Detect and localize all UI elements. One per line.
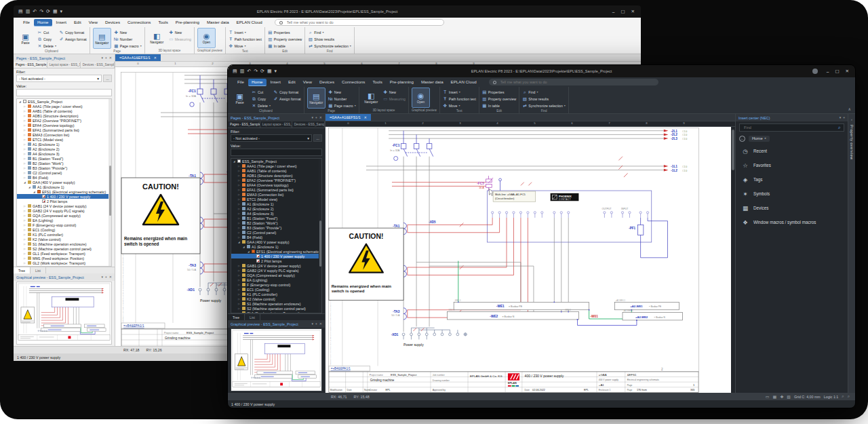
preview-panel-header[interactable]: Graphical preview - ESS_Sample_Project ▾… — [228, 320, 325, 328]
filter-dropdown[interactable]: - Not activated -▾ — [231, 134, 312, 142]
tree-item[interactable]: ◢ESS_Sample_Project — [17, 99, 111, 104]
ribbon-button-assign-format[interactable]: ✐Assign format — [273, 96, 301, 102]
ribbon-button-delete[interactable]: ✕Delete▾ — [37, 43, 56, 49]
tree-item[interactable]: ▷GAB2 (24 V supply PLC signals) — [17, 208, 111, 213]
tree-item[interactable]: ▷F (Emergency-stop control) — [17, 223, 111, 227]
breadcrumb-home[interactable]: Home▸ — [749, 136, 770, 142]
tree-item[interactable]: ▷EFA2 (Overview "PROFINET") — [231, 178, 321, 182]
menu-tab-view[interactable]: View — [300, 79, 315, 86]
zoom-in-icon[interactable]: ⌕ — [848, 394, 850, 399]
chevron-left-icon[interactable]: ‹ — [851, 117, 852, 121]
ribbon-button-number[interactable]: №Number — [114, 36, 142, 42]
preview-panel-header[interactable]: Graphical preview - ESS_Sample_Project ▾… — [14, 273, 115, 281]
expand-icon[interactable]: ▷ — [23, 243, 26, 246]
close-button[interactable]: ✕ — [631, 9, 635, 14]
expand-icon[interactable]: ▷ — [237, 298, 241, 301]
chevron-down-icon[interactable]: ▾ — [311, 322, 313, 326]
tree-item[interactable]: 2 Pilot lamps — [231, 258, 321, 263]
expand-icon[interactable]: ▷ — [237, 179, 241, 182]
ribbon-button-navigator[interactable]: ▤Navigator — [93, 28, 111, 49]
snap-icon[interactable]: ▭ — [766, 394, 770, 399]
insert-center-item-devices[interactable]: ▦Devices — [736, 201, 848, 215]
tree-item[interactable]: ▷S1 (Machine operation enclosure) — [17, 242, 111, 246]
tell-me-search[interactable] — [489, 79, 658, 85]
ribbon-button-copy[interactable]: ⧉Copy — [37, 36, 56, 42]
tree-item[interactable]: ▷B3 (Station "Provide") — [231, 225, 321, 230]
menu-tab-devices[interactable]: Devices — [102, 19, 123, 26]
tree-item[interactable]: ◢EFS1 (Electrical engineering schematic) — [231, 249, 321, 254]
expand-icon[interactable]: ▷ — [23, 162, 26, 165]
expand-icon[interactable]: ▷ — [237, 165, 241, 168]
document-tab[interactable]: =GAA+A1&EFS1/1✕ — [326, 114, 371, 121]
ribbon-button-in-table[interactable]: ▦In table — [482, 102, 517, 109]
minimize-button[interactable]: – — [612, 9, 615, 14]
menu-tab-home[interactable]: Home — [34, 19, 52, 26]
menu-tab-master-data[interactable]: Master data — [418, 79, 447, 86]
expand-icon[interactable]: ▷ — [237, 212, 241, 215]
menu-tab-view[interactable]: View — [85, 19, 101, 26]
ribbon-button-cut[interactable]: ✂Cut — [252, 89, 271, 95]
tree-item[interactable]: ▷AAB1 (Table of contents) — [231, 168, 321, 173]
filter-more-button[interactable]: ... — [103, 75, 112, 82]
ribbon-button-property-overview[interactable]: ▥Property overview — [482, 96, 517, 102]
expand-icon[interactable]: ▷ — [23, 210, 26, 212]
tell-me-search[interactable] — [275, 19, 444, 26]
ribbon-button-navigator[interactable]: ◧Navigator — [362, 88, 380, 108]
ribbon-button-properties[interactable]: ▤Properties — [482, 89, 517, 95]
open-project-icon[interactable]: ▥ — [240, 69, 245, 74]
tree-item[interactable]: ▷A4 (Enclosure 3) — [17, 151, 111, 156]
expand-icon[interactable]: ▷ — [23, 219, 26, 222]
grid-icon[interactable]: ▦ — [773, 394, 777, 399]
expand-icon[interactable]: ▷ — [237, 265, 241, 267]
views-icon[interactable]: ▦ — [53, 9, 58, 14]
filter-more-button[interactable]: ... — [313, 134, 322, 142]
vertical-scrollbar[interactable] — [731, 127, 735, 393]
tab-list[interactable]: List — [245, 314, 260, 320]
tree-item[interactable]: ◢ESS_Sample_Project — [231, 159, 321, 163]
ribbon-button-move[interactable]: ✥Move▾ — [443, 102, 476, 109]
ribbon-button-find[interactable]: ⌕Find▾ — [522, 89, 565, 95]
ribbon-button-new[interactable]: ✚New — [383, 89, 406, 95]
expand-icon[interactable]: ▷ — [23, 143, 26, 146]
close-button[interactable]: ✕ — [846, 69, 849, 74]
value-input[interactable] — [16, 89, 112, 96]
ribbon-button-in-table[interactable]: ▦In table — [268, 43, 302, 49]
ribbon-button-assign-format[interactable]: ✐Assign format — [59, 36, 87, 42]
insert-center-item-favorites[interactable]: ☆Favorites — [736, 158, 848, 172]
insert-center-item-window-macros-symbol-macros[interactable]: ❖Window macros / symbol macros — [736, 215, 848, 229]
expand-icon[interactable]: ▷ — [237, 307, 241, 310]
expand-icon[interactable]: ▷ — [237, 231, 241, 234]
expand-icon[interactable]: ▷ — [23, 248, 26, 250]
collapse-icon[interactable]: ◢ — [28, 186, 31, 189]
ribbon-button-path-function-text[interactable]: ŦPath function text — [443, 96, 476, 102]
ribbon-button-new[interactable]: ✚New — [114, 29, 142, 35]
views-icon[interactable]: ▦ — [267, 69, 272, 74]
search-input[interactable] — [499, 79, 654, 85]
expand-icon[interactable]: ▷ — [237, 284, 241, 286]
tree-item[interactable]: ▷GQA (Compressed air supply) — [231, 273, 321, 277]
page-reference-link[interactable]: =+B4&EPA1/1 — [331, 367, 351, 370]
tree-item[interactable]: ▷GQA (Compressed air supply) — [17, 213, 111, 218]
panel-header[interactable]: Pages - ESS_Sample_Project ▾ ⌖ ✕ — [14, 54, 115, 62]
layers-icon[interactable]: ▧ — [787, 394, 791, 399]
tree-item[interactable]: ▷EFA4 (Overview topology) — [231, 182, 321, 187]
expand-icon[interactable]: ▷ — [23, 224, 26, 227]
tree-item[interactable]: ▷GAB2 (24 V supply PLC signals) — [231, 268, 321, 273]
tree-item[interactable]: ▷B1 (Station "Feed") — [17, 156, 111, 161]
expand-icon[interactable]: ▷ — [23, 214, 26, 217]
expand-icon[interactable]: ▷ — [237, 293, 241, 296]
tree-item[interactable]: ▷B4 (Field) — [231, 235, 321, 239]
tree-item[interactable]: ▷EFA4 (Overview topology) — [17, 123, 111, 128]
tree-item[interactable]: ▷GL2 (Work workpiece: Transport) — [17, 261, 111, 265]
expand-icon[interactable]: ▷ — [237, 193, 241, 196]
ribbon-button-copy[interactable]: ⧉Copy — [252, 96, 271, 102]
undo-icon[interactable]: ↶ — [247, 69, 251, 74]
tree-item[interactable]: ▷B2 (Station "Work") — [17, 161, 111, 166]
chevron-down-icon[interactable]: ▾ — [311, 115, 313, 120]
collapse-icon[interactable]: ◢ — [18, 100, 22, 103]
expand-icon[interactable]: ▷ — [23, 229, 26, 231]
panel-tab-layout-space-ess-sa[interactable]: Layout space - ESS_Sa... — [260, 121, 292, 128]
expand-icon[interactable]: ▷ — [23, 105, 26, 108]
crosshair-icon[interactable]: ✚ — [780, 394, 783, 399]
tab-tree[interactable]: Tree — [228, 314, 245, 320]
